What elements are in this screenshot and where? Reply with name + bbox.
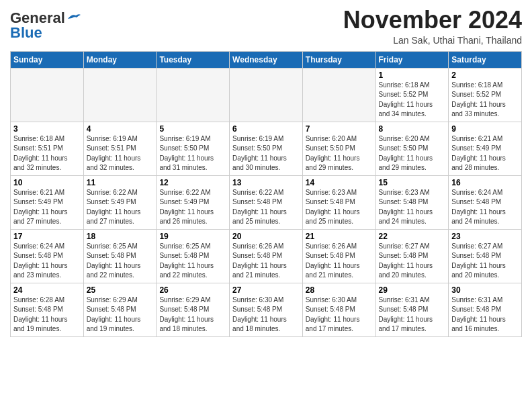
cell-w0-d2 <box>157 68 230 122</box>
cell-w4-d4: 28Sunrise: 6:30 AMSunset: 5:48 PMDayligh… <box>302 283 375 336</box>
day-number: 19 <box>159 232 226 241</box>
day-info: Sunrise: 6:30 AMSunset: 5:48 PMDaylight:… <box>306 295 373 334</box>
day-info: Sunrise: 6:25 AMSunset: 5:48 PMDaylight:… <box>159 242 226 281</box>
header-wednesday: Wednesday <box>230 51 303 68</box>
cell-w4-d6: 30Sunrise: 6:31 AMSunset: 5:48 PMDayligh… <box>449 283 522 336</box>
day-number: 30 <box>451 285 519 295</box>
day-info: Sunrise: 6:22 AMSunset: 5:48 PMDaylight:… <box>232 188 300 227</box>
day-number: 1 <box>379 71 446 80</box>
day-info: Sunrise: 6:30 AMSunset: 5:48 PMDaylight:… <box>232 295 300 334</box>
day-info: Sunrise: 6:22 AMSunset: 5:49 PMDaylight:… <box>159 188 226 227</box>
day-number: 25 <box>87 285 154 295</box>
cell-w0-d0 <box>11 68 84 122</box>
day-number: 10 <box>13 178 81 187</box>
week-row-4: 24Sunrise: 6:28 AMSunset: 5:48 PMDayligh… <box>11 283 522 336</box>
cell-w2-d5: 15Sunrise: 6:23 AMSunset: 5:48 PMDayligh… <box>375 175 449 229</box>
logo: General Blue <box>10 9 81 42</box>
day-number: 11 <box>87 178 154 187</box>
calendar-header-row: SundayMondayTuesdayWednesdayThursdayFrid… <box>11 51 522 68</box>
day-number: 5 <box>159 124 226 134</box>
day-number: 24 <box>13 285 81 295</box>
header-friday: Friday <box>375 51 449 68</box>
day-info: Sunrise: 6:26 AMSunset: 5:48 PMDaylight:… <box>232 242 300 281</box>
day-number: 4 <box>87 124 154 134</box>
day-number: 22 <box>379 232 446 241</box>
cell-w2-d0: 10Sunrise: 6:21 AMSunset: 5:49 PMDayligh… <box>11 175 84 229</box>
logo-blue: Blue <box>10 24 42 42</box>
week-row-1: 3Sunrise: 6:18 AMSunset: 5:51 PMDaylight… <box>11 122 522 175</box>
cell-w2-d6: 16Sunrise: 6:24 AMSunset: 5:48 PMDayligh… <box>449 175 522 229</box>
header-sunday: Sunday <box>11 51 84 68</box>
week-row-2: 10Sunrise: 6:21 AMSunset: 5:49 PMDayligh… <box>11 175 522 229</box>
day-info: Sunrise: 6:20 AMSunset: 5:50 PMDaylight:… <box>379 134 446 173</box>
day-info: Sunrise: 6:29 AMSunset: 5:48 PMDaylight:… <box>87 295 154 334</box>
day-number: 23 <box>451 232 519 241</box>
cell-w4-d2: 26Sunrise: 6:29 AMSunset: 5:48 PMDayligh… <box>157 283 230 336</box>
cell-w4-d5: 29Sunrise: 6:31 AMSunset: 5:48 PMDayligh… <box>375 283 449 336</box>
day-info: Sunrise: 6:18 AMSunset: 5:51 PMDaylight:… <box>13 134 81 173</box>
header-tuesday: Tuesday <box>157 51 230 68</box>
cell-w3-d2: 19Sunrise: 6:25 AMSunset: 5:48 PMDayligh… <box>157 229 230 283</box>
cell-w3-d6: 23Sunrise: 6:27 AMSunset: 5:48 PMDayligh… <box>449 229 522 283</box>
week-row-3: 17Sunrise: 6:24 AMSunset: 5:48 PMDayligh… <box>11 229 522 283</box>
day-info: Sunrise: 6:31 AMSunset: 5:48 PMDaylight:… <box>379 295 446 334</box>
day-number: 29 <box>379 285 446 295</box>
header-monday: Monday <box>83 51 157 68</box>
day-number: 18 <box>87 232 154 241</box>
day-number: 28 <box>306 285 373 295</box>
cell-w2-d3: 13Sunrise: 6:22 AMSunset: 5:48 PMDayligh… <box>230 175 303 229</box>
day-number: 12 <box>159 178 226 187</box>
cell-w1-d4: 7Sunrise: 6:20 AMSunset: 5:50 PMDaylight… <box>302 122 375 175</box>
day-info: Sunrise: 6:27 AMSunset: 5:48 PMDaylight:… <box>379 242 446 281</box>
week-row-0: 1Sunrise: 6:18 AMSunset: 5:52 PMDaylight… <box>11 68 522 122</box>
cell-w3-d4: 21Sunrise: 6:26 AMSunset: 5:48 PMDayligh… <box>302 229 375 283</box>
month-title: November 2024 <box>343 7 522 34</box>
day-number: 26 <box>159 285 226 295</box>
day-info: Sunrise: 6:18 AMSunset: 5:52 PMDaylight:… <box>379 81 446 120</box>
cell-w3-d0: 17Sunrise: 6:24 AMSunset: 5:48 PMDayligh… <box>11 229 84 283</box>
cell-w1-d6: 9Sunrise: 6:21 AMSunset: 5:49 PMDaylight… <box>449 122 522 175</box>
day-number: 20 <box>232 232 300 241</box>
cell-w4-d1: 25Sunrise: 6:29 AMSunset: 5:48 PMDayligh… <box>83 283 157 336</box>
title-area: November 2024 Lan Sak, Uthai Thani, Thai… <box>343 7 522 46</box>
cell-w0-d1 <box>83 68 157 122</box>
day-number: 17 <box>13 232 81 241</box>
day-info: Sunrise: 6:19 AMSunset: 5:50 PMDaylight:… <box>232 134 300 173</box>
page: General Blue November 2024 Lan Sak, Utha… <box>0 0 532 347</box>
header-thursday: Thursday <box>302 51 375 68</box>
header-saturday: Saturday <box>449 51 522 68</box>
day-number: 3 <box>13 124 81 134</box>
day-info: Sunrise: 6:19 AMSunset: 5:50 PMDaylight:… <box>159 134 226 173</box>
cell-w1-d1: 4Sunrise: 6:19 AMSunset: 5:51 PMDaylight… <box>83 122 157 175</box>
cell-w0-d4 <box>302 68 375 122</box>
cell-w3-d3: 20Sunrise: 6:26 AMSunset: 5:48 PMDayligh… <box>230 229 303 283</box>
cell-w3-d5: 22Sunrise: 6:27 AMSunset: 5:48 PMDayligh… <box>375 229 449 283</box>
day-info: Sunrise: 6:24 AMSunset: 5:48 PMDaylight:… <box>451 188 519 227</box>
day-info: Sunrise: 6:21 AMSunset: 5:49 PMDaylight:… <box>13 188 81 227</box>
cell-w2-d4: 14Sunrise: 6:23 AMSunset: 5:48 PMDayligh… <box>302 175 375 229</box>
day-info: Sunrise: 6:21 AMSunset: 5:49 PMDaylight:… <box>451 134 519 173</box>
logo-bird-icon <box>66 12 81 23</box>
cell-w1-d3: 6Sunrise: 6:19 AMSunset: 5:50 PMDaylight… <box>230 122 303 175</box>
day-number: 21 <box>306 232 373 241</box>
cell-w1-d5: 8Sunrise: 6:20 AMSunset: 5:50 PMDaylight… <box>375 122 449 175</box>
day-info: Sunrise: 6:25 AMSunset: 5:48 PMDaylight:… <box>87 242 154 281</box>
day-info: Sunrise: 6:28 AMSunset: 5:48 PMDaylight:… <box>13 295 81 334</box>
day-info: Sunrise: 6:19 AMSunset: 5:51 PMDaylight:… <box>87 134 154 173</box>
day-info: Sunrise: 6:22 AMSunset: 5:49 PMDaylight:… <box>87 188 154 227</box>
cell-w2-d2: 12Sunrise: 6:22 AMSunset: 5:49 PMDayligh… <box>157 175 230 229</box>
cell-w4-d3: 27Sunrise: 6:30 AMSunset: 5:48 PMDayligh… <box>230 283 303 336</box>
day-info: Sunrise: 6:24 AMSunset: 5:48 PMDaylight:… <box>13 242 81 281</box>
day-number: 27 <box>232 285 300 295</box>
day-info: Sunrise: 6:27 AMSunset: 5:48 PMDaylight:… <box>451 242 519 281</box>
cell-w1-d2: 5Sunrise: 6:19 AMSunset: 5:50 PMDaylight… <box>157 122 230 175</box>
day-info: Sunrise: 6:23 AMSunset: 5:48 PMDaylight:… <box>379 188 446 227</box>
day-number: 2 <box>451 71 519 80</box>
cell-w0-d6: 2Sunrise: 6:18 AMSunset: 5:52 PMDaylight… <box>449 68 522 122</box>
calendar: SundayMondayTuesdayWednesdayThursdayFrid… <box>10 51 522 337</box>
day-number: 9 <box>451 124 519 134</box>
day-info: Sunrise: 6:20 AMSunset: 5:50 PMDaylight:… <box>306 134 373 173</box>
cell-w1-d0: 3Sunrise: 6:18 AMSunset: 5:51 PMDaylight… <box>11 122 84 175</box>
header: General Blue November 2024 Lan Sak, Utha… <box>10 7 522 46</box>
day-info: Sunrise: 6:29 AMSunset: 5:48 PMDaylight:… <box>159 295 226 334</box>
